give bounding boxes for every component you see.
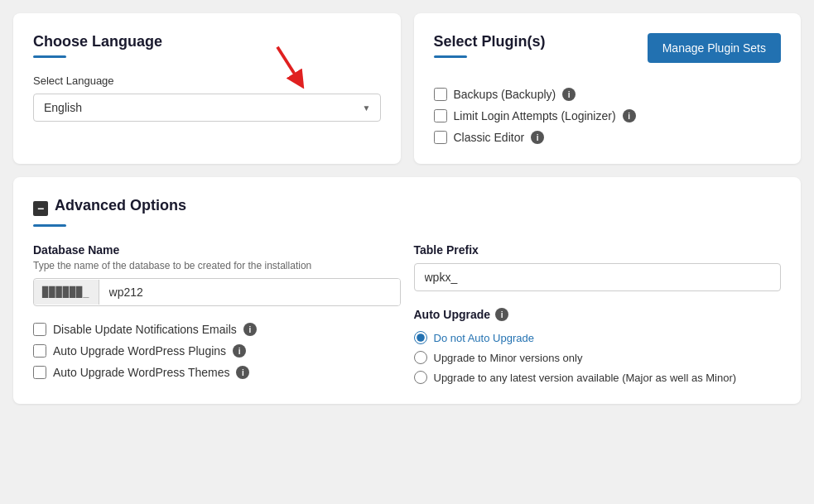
database-name-input[interactable] [99, 279, 400, 305]
disable-notifications-label: Disable Update Notifications Emails [53, 323, 237, 336]
auto-upgrade-plugins-info-icon[interactable]: i [233, 344, 246, 358]
select-plugins-title: Select Plugin(s) [434, 33, 546, 50]
list-item: Upgrade to any latest version available … [414, 371, 782, 384]
advanced-body: Database Name Type the name of the datab… [33, 243, 781, 384]
advanced-title-row: − Advanced Options [33, 197, 781, 219]
language-select[interactable]: English Spanish French German Italian [33, 94, 381, 122]
classic-editor-info-icon[interactable]: i [531, 131, 544, 144]
choose-language-underline [33, 55, 66, 58]
table-prefix-label: Table Prefix [414, 243, 782, 257]
backuply-info-icon[interactable]: i [562, 88, 576, 101]
select-plugins-card: Select Plugin(s) Manage Plugin Sets Back… [414, 13, 802, 164]
auto-upgrade-radio-group: Do not Auto Upgrade Upgrade to Minor ver… [414, 331, 782, 384]
auto-upgrade-label: Auto Upgrade i [414, 308, 782, 321]
language-select-wrapper[interactable]: English Spanish French German Italian [33, 94, 381, 122]
checkbox-section: Disable Update Notifications Emails i Au… [33, 323, 401, 379]
list-item: Classic Editor i [434, 131, 782, 144]
minor-upgrade-radio[interactable] [414, 351, 427, 364]
advanced-options-card: − Advanced Options Database Name Type th… [13, 177, 801, 404]
backuply-checkbox[interactable] [434, 88, 447, 101]
auto-upgrade-section: Auto Upgrade i Do not Auto Upgrade Upgra… [414, 308, 782, 384]
auto-upgrade-themes-label: Auto Upgrade WordPress Themes [53, 366, 229, 379]
database-name-label: Database Name [33, 243, 401, 257]
auto-upgrade-plugins-label: Auto Upgrade WordPress Plugins [53, 344, 226, 358]
list-item: Do not Auto Upgrade [414, 331, 782, 344]
advanced-options-underline [33, 224, 66, 227]
disable-notifications-checkbox[interactable] [33, 323, 46, 336]
plugin-header: Select Plugin(s) Manage Plugin Sets [434, 33, 782, 74]
minor-upgrade-label: Upgrade to Minor versions only [434, 352, 583, 364]
select-plugins-underline [434, 55, 467, 58]
no-upgrade-label: Do not Auto Upgrade [434, 332, 534, 344]
backuply-label: Backups (Backuply) [454, 88, 556, 101]
any-upgrade-radio[interactable] [414, 371, 427, 384]
select-language-label: Select Language [33, 74, 381, 87]
table-prefix-input[interactable] [414, 263, 782, 291]
list-item: Upgrade to Minor versions only [414, 351, 782, 364]
auto-upgrade-themes-checkbox[interactable] [33, 366, 46, 379]
list-item: Limit Login Attempts (Loginizer) i [434, 109, 782, 122]
collapse-icon[interactable]: − [33, 201, 48, 216]
database-name-desc: Type the name of the database to be crea… [33, 260, 401, 271]
manage-plugin-sets-button[interactable]: Manage Plugin Sets [648, 33, 781, 63]
db-prefix-display: ██████_ [34, 280, 99, 305]
loginizer-checkbox[interactable] [434, 109, 447, 122]
loginizer-info-icon[interactable]: i [623, 109, 636, 122]
loginizer-label: Limit Login Attempts (Loginizer) [454, 109, 616, 122]
no-upgrade-radio[interactable] [414, 331, 427, 344]
advanced-right: Table Prefix Auto Upgrade i Do not Auto … [414, 243, 782, 384]
any-upgrade-label: Upgrade to any latest version available … [434, 372, 737, 384]
list-item: Disable Update Notifications Emails i [33, 323, 401, 336]
classic-editor-checkbox[interactable] [434, 131, 447, 144]
top-row: Choose Language Select Language English [13, 13, 801, 164]
choose-language-title: Choose Language [33, 33, 381, 50]
disable-notifications-info-icon[interactable]: i [243, 323, 257, 336]
auto-upgrade-themes-info-icon[interactable]: i [236, 366, 249, 379]
list-item: Auto Upgrade WordPress Themes i [33, 366, 401, 379]
plugin-list: Backups (Backuply) i Limit Login Attempt… [434, 88, 782, 144]
list-item: Auto Upgrade WordPress Plugins i [33, 344, 401, 358]
list-item: Backups (Backuply) i [434, 88, 782, 101]
auto-upgrade-plugins-checkbox[interactable] [33, 344, 46, 358]
classic-editor-label: Classic Editor [454, 131, 525, 144]
advanced-options-title: Advanced Options [55, 197, 186, 214]
auto-upgrade-info-icon[interactable]: i [495, 308, 508, 321]
main-container: Choose Language Select Language English [13, 13, 801, 404]
database-name-field: ██████_ [33, 278, 401, 306]
choose-language-card: Choose Language Select Language English [13, 13, 401, 164]
advanced-left: Database Name Type the name of the datab… [33, 243, 401, 384]
plugin-title-block: Select Plugin(s) [434, 33, 546, 74]
